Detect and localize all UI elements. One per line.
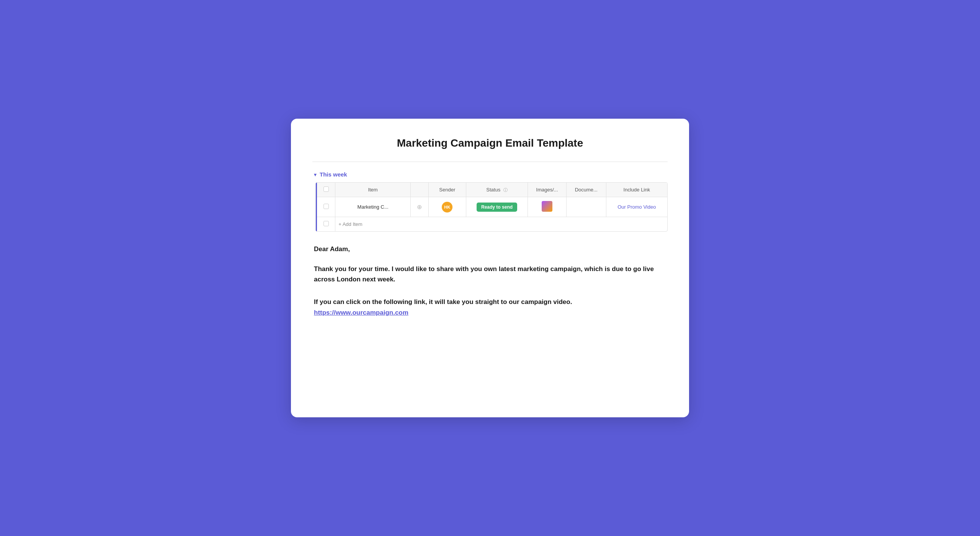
email-paragraph-1: Thank you for your time. I would like to… xyxy=(314,264,666,284)
campaign-link[interactable]: https://www.ourcampaign.com xyxy=(314,309,666,317)
status-badge: Ready to send xyxy=(477,203,517,212)
status-info-icon: ⓘ xyxy=(503,188,508,192)
col-header-document: Docume... xyxy=(567,183,606,197)
row-images-cell xyxy=(528,197,567,217)
add-item-checkbox[interactable] xyxy=(323,221,329,226)
col-header-sender: Sender xyxy=(428,183,466,197)
data-table: Item Sender Status ⓘ Images/... Docume..… xyxy=(316,183,667,231)
section-header: ▾ This week xyxy=(312,171,668,178)
row-document-cell xyxy=(567,197,606,217)
page-title: Marketing Campaign Email Template xyxy=(312,137,668,149)
email-greeting: Dear Adam, xyxy=(314,245,666,253)
col-header-item: Item xyxy=(335,183,411,197)
email-paragraph-2: If you can click on the following link, … xyxy=(314,297,666,307)
add-item-checkbox-cell xyxy=(317,217,335,232)
image-thumbnail xyxy=(542,201,552,212)
row-checkbox-cell xyxy=(317,197,335,217)
data-table-wrapper: Item Sender Status ⓘ Images/... Docume..… xyxy=(315,182,668,232)
col-header-comment xyxy=(410,183,428,197)
col-header-images: Images/... xyxy=(528,183,567,197)
row-checkbox[interactable] xyxy=(323,204,329,209)
header-checkbox[interactable] xyxy=(323,186,329,192)
main-card: Marketing Campaign Email Template ▾ This… xyxy=(291,119,689,417)
divider xyxy=(312,162,668,162)
row-link-cell: Our Promo Video xyxy=(606,197,667,217)
section-label: This week xyxy=(320,171,347,178)
table-header-row: Item Sender Status ⓘ Images/... Docume..… xyxy=(317,183,668,197)
row-item-name: Marketing C... xyxy=(335,197,411,217)
table-row: Marketing C... ⊕ HK Ready to send xyxy=(317,197,668,217)
row-comment-cell: ⊕ xyxy=(410,197,428,217)
col-header-status: Status ⓘ xyxy=(466,183,528,197)
row-sender-cell: HK xyxy=(428,197,466,217)
chevron-icon[interactable]: ▾ xyxy=(314,172,317,178)
col-header-checkbox xyxy=(317,183,335,197)
include-link[interactable]: Our Promo Video xyxy=(617,204,656,210)
avatar: HK xyxy=(442,202,452,212)
email-paragraph-2-wrapper: If you can click on the following link, … xyxy=(314,297,666,316)
col-header-link: Include Link xyxy=(606,183,667,197)
comment-icon[interactable]: ⊕ xyxy=(417,204,422,210)
add-item-label[interactable]: + Add Item xyxy=(335,217,667,232)
add-item-row: + Add Item xyxy=(317,217,668,232)
row-status-cell: Ready to send xyxy=(466,197,528,217)
email-body: Dear Adam, Thank you for your time. I wo… xyxy=(312,245,668,317)
